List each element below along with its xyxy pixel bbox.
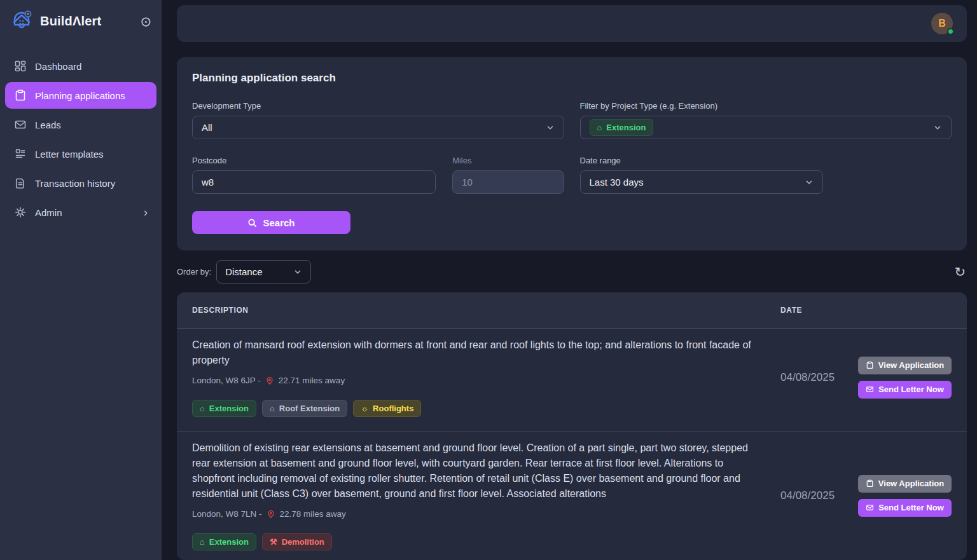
search-button[interactable]: Search: [192, 211, 350, 234]
tag-extension: ⌂Extension: [192, 400, 256, 417]
location-pin-icon: [265, 376, 274, 385]
date-range-select[interactable]: Last 30 days: [580, 170, 824, 194]
sidebar-item-transaction-history[interactable]: Transaction history: [5, 170, 156, 196]
location-pin-icon: [267, 510, 275, 519]
actions-cell: View Application Send Letter Now: [856, 338, 952, 417]
mail-icon: [14, 118, 27, 131]
panel-title: Planning application search: [192, 72, 952, 85]
orderby-row: Order by: Distance ↻: [177, 260, 967, 283]
house-icon: ⌂: [200, 538, 205, 546]
tag-extension: ⌂Extension: [192, 533, 256, 550]
clipboard-icon: [14, 89, 27, 102]
sidebar-nav: Dashboard Planning applications Leads Le…: [0, 41, 162, 228]
application-date: 04/08/2025: [761, 440, 856, 550]
development-type-value: All: [202, 122, 212, 133]
sidebar-item-label: Admin: [35, 207, 135, 218]
gear-icon: [14, 206, 27, 219]
view-application-button[interactable]: View Application: [858, 475, 952, 493]
view-application-button[interactable]: View Application: [858, 357, 952, 374]
sidebar-item-dashboard[interactable]: Dashboard: [5, 53, 156, 79]
application-description: Creation of mansard roof extension with …: [192, 338, 761, 368]
chevron-right-icon: ›: [144, 207, 148, 218]
results-table: DESCRIPTION DATE Creation of mansard roo…: [177, 292, 967, 560]
tag-label: Demolition: [282, 536, 324, 547]
logo-row: BuildΛlert ⊙: [0, 0, 162, 41]
chevron-down-icon: [933, 123, 942, 132]
hammer-icon: ⚒: [270, 538, 277, 546]
sidebar-item-admin[interactable]: Admin ›: [5, 199, 156, 226]
results-body: Creation of mansard roof extension with …: [177, 329, 967, 560]
chevron-down-icon: [293, 268, 302, 277]
buildalert-logo-icon: [9, 8, 34, 34]
avatar[interactable]: B: [931, 13, 953, 34]
send-letter-button[interactable]: Send Letter Now: [858, 381, 952, 399]
house-plus-icon: ⌂: [270, 404, 275, 413]
envelope-icon: [866, 385, 874, 393]
project-type-chip-extension: ⌂ Extension: [590, 119, 654, 136]
column-header-actions: [856, 306, 952, 315]
house-icon: ⌂: [200, 404, 205, 413]
house-icon: ⌂: [597, 123, 602, 132]
column-header-description: DESCRIPTION: [192, 306, 761, 315]
project-type-select[interactable]: ⌂ Extension: [580, 116, 952, 139]
sidebar-item-label: Transaction history: [35, 178, 148, 189]
topbar: B: [177, 5, 967, 42]
sidebar-item-label: Dashboard: [35, 61, 148, 72]
location-line: London, W8 6JP - 22.71 miles away: [192, 376, 761, 385]
planning-search-panel: Planning application search Development …: [177, 57, 967, 250]
sidebar: BuildΛlert ⊙ Dashboard Planning applicat…: [0, 0, 162, 560]
development-type-select[interactable]: All: [192, 116, 564, 139]
send-letter-button[interactable]: Send Letter Now: [858, 499, 952, 517]
description-cell: Demolition of existing rear extensions a…: [192, 440, 761, 550]
orderby-select[interactable]: Distance: [216, 260, 311, 283]
search-icon: [247, 218, 257, 228]
sidebar-collapse-icon[interactable]: ⊙: [140, 15, 151, 28]
online-status-dot: [947, 28, 954, 35]
row-tags: ⌂Extension⌂Roof Extension☼Rooflights: [192, 400, 761, 417]
date-range-label: Date range: [580, 156, 824, 165]
tag-roof-extension: ⌂Roof Extension: [262, 400, 347, 417]
application-distance: 22.71 miles away: [279, 376, 345, 385]
view-application-label: View Application: [878, 360, 944, 370]
development-type-label: Development Type: [192, 101, 564, 111]
document-icon: [14, 177, 27, 189]
clipboard-icon: [866, 479, 874, 488]
table-header: DESCRIPTION DATE: [177, 292, 967, 329]
postcode-input[interactable]: [192, 170, 436, 194]
project-type-label: Filter by Project Type (e.g. Extension): [580, 101, 952, 111]
sidebar-item-leads[interactable]: Leads: [5, 111, 156, 138]
sidebar-item-label: Leads: [35, 120, 148, 130]
envelope-icon: [866, 503, 874, 512]
main-content: B Planning application search Developmen…: [162, 0, 977, 560]
location-line: London, W8 7LN - 22.78 miles away: [192, 509, 761, 519]
sidebar-item-planning-applications[interactable]: Planning applications: [5, 82, 156, 109]
miles-label: Miles: [452, 156, 564, 165]
tag-label: Rooflights: [373, 403, 413, 414]
tag-label: Extension: [209, 403, 249, 414]
chip-label: Extension: [606, 122, 646, 133]
sidebar-item-label: Planning applications: [35, 90, 148, 101]
application-description: Demolition of existing rear extensions a…: [192, 440, 761, 502]
view-application-label: View Application: [878, 479, 944, 488]
miles-input[interactable]: [452, 170, 564, 194]
send-letter-label: Send Letter Now: [878, 385, 944, 394]
column-header-date: DATE: [761, 306, 856, 315]
send-letter-label: Send Letter Now: [878, 503, 944, 512]
chevron-down-icon: [805, 178, 814, 187]
clipboard-icon: [866, 361, 874, 369]
application-location: London, W8 7LN -: [192, 509, 262, 519]
sidebar-item-letter-templates[interactable]: Letter templates: [5, 140, 156, 167]
brand-wordmark: BuildΛlert: [40, 14, 134, 29]
application-date: 04/08/2025: [761, 338, 856, 417]
description-cell: Creation of mansard roof extension with …: [192, 338, 761, 417]
application-location: London, W8 6JP -: [192, 376, 261, 385]
row-tags: ⌂Extension⚒Demolition: [192, 533, 761, 550]
orderby-label: Order by:: [177, 267, 211, 277]
date-range-value: Last 30 days: [590, 177, 644, 188]
search-button-label: Search: [263, 217, 294, 228]
actions-cell: View Application Send Letter Now: [856, 440, 952, 550]
tag-demolition: ⚒Demolition: [262, 533, 332, 550]
refresh-icon[interactable]: ↻: [954, 265, 967, 278]
postcode-label: Postcode: [192, 156, 436, 165]
letter-templates-icon: [14, 147, 27, 160]
